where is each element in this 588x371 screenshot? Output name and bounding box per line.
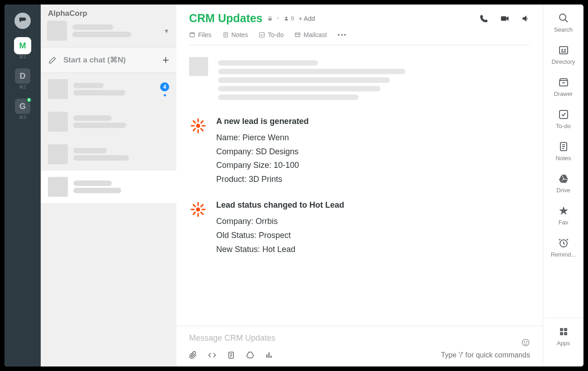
workspace-badge[interactable]: G 8 [15, 99, 30, 114]
profile-row[interactable]: ▾ [41, 18, 176, 47]
svg-rect-14 [200, 128, 204, 131]
svg-rect-4 [260, 33, 265, 38]
sidebar: AlphaCorp ▾ Start a chat (⌘N) + 4 [41, 5, 176, 366]
more-icon[interactable]: ••• [338, 31, 347, 38]
message-line: Name: Pierce Wenn [216, 131, 308, 145]
svg-point-33 [561, 49, 563, 51]
svg-rect-41 [560, 332, 563, 335]
svg-rect-19 [202, 209, 206, 210]
document-icon[interactable] [227, 351, 235, 359]
tab-files[interactable]: Files [189, 31, 212, 38]
workspace-shortcut: ⌘3 [19, 115, 26, 120]
volume-icon[interactable] [521, 14, 530, 23]
workspace-badge[interactable]: D [15, 68, 30, 84]
svg-rect-18 [191, 209, 195, 210]
poll-icon[interactable] [265, 351, 273, 359]
chat-row-active[interactable] [41, 171, 176, 203]
message-item: Lead status changed to Hot Lead Company:… [189, 200, 530, 256]
avatar [48, 177, 68, 197]
svg-rect-21 [192, 212, 196, 215]
svg-rect-22 [192, 204, 196, 208]
svg-rect-8 [198, 129, 199, 133]
workspace-item[interactable]: D ⌘2 [15, 68, 30, 90]
video-icon[interactable] [500, 14, 509, 23]
chat-row[interactable] [41, 105, 176, 138]
svg-rect-2 [190, 33, 195, 37]
message-line: Company Size: 10-100 [216, 158, 308, 172]
avatar [48, 112, 68, 132]
code-icon[interactable] [208, 351, 216, 359]
chat-title[interactable]: CRM Updates [189, 12, 263, 25]
svg-rect-7 [198, 119, 199, 123]
tab-notes[interactable]: Notes [223, 31, 248, 38]
start-chat-row[interactable]: Start a chat (⌘N) + [41, 47, 176, 73]
message-line: Product: 3D Prints [216, 172, 308, 186]
app-logo[interactable] [14, 13, 31, 29]
workspace-shortcut: ⌘1 [19, 54, 26, 59]
avatar [47, 21, 67, 41]
svg-point-24 [522, 339, 529, 346]
rail-drive[interactable]: Drive [543, 173, 583, 194]
emoji-icon[interactable] [521, 338, 530, 347]
drive-icon[interactable] [246, 351, 254, 359]
svg-rect-20 [200, 204, 204, 208]
message-title: A new lead is generated [216, 117, 308, 126]
add-people-button[interactable]: + Add [299, 15, 315, 22]
svg-rect-10 [202, 125, 206, 127]
org-name[interactable]: AlphaCorp [48, 9, 169, 18]
avatar [48, 79, 68, 99]
plus-icon[interactable]: + [162, 53, 169, 67]
rail-fav[interactable]: Fav [543, 205, 583, 226]
svg-point-6 [196, 124, 200, 128]
tab-todo[interactable]: To-do [259, 31, 284, 38]
rail-reminder[interactable]: Remind... [543, 238, 583, 258]
rail-apps[interactable]: Apps [543, 318, 583, 355]
tab-mailcast[interactable]: Mailcast [294, 31, 327, 38]
svg-rect-13 [192, 120, 196, 124]
message-line: Company: SD Designs [216, 145, 308, 159]
main-panel: CRM Updates 9 + Add Files Notes To-do Ma… [176, 5, 543, 366]
rail-drawer[interactable]: Drawer [543, 77, 583, 97]
rail-todo[interactable]: To-do [543, 109, 583, 129]
workspace-badge[interactable]: M [15, 38, 30, 53]
chat-row[interactable] [41, 138, 176, 171]
workspace-item[interactable]: M ⌘1 [15, 38, 30, 59]
header-tabs: Files Notes To-do Mailcast ••• [189, 31, 530, 38]
svg-rect-42 [564, 332, 567, 335]
svg-rect-29 [269, 352, 270, 358]
org-row: AlphaCorp [41, 5, 176, 18]
svg-rect-9 [191, 125, 195, 127]
people-count[interactable]: 9 [277, 15, 294, 22]
composer: Message CRM Updates Type '/' for quick c… [176, 326, 543, 366]
svg-rect-17 [198, 213, 199, 217]
phone-icon[interactable] [479, 14, 488, 23]
rail-directory[interactable]: Directory [543, 45, 583, 65]
svg-rect-40 [564, 328, 567, 331]
message-feed: A new lead is generated Name: Pierce Wen… [176, 45, 543, 326]
svg-rect-30 [270, 356, 271, 358]
svg-point-26 [526, 341, 527, 342]
workspace-rail: M ⌘1 D ⌘2 G 8 ⌘3 [5, 5, 41, 366]
svg-rect-36 [560, 110, 568, 119]
chevron-down-icon[interactable]: ▾ [163, 27, 170, 35]
rail-notes[interactable]: Notes [543, 141, 583, 162]
message-title: Lead status changed to Hot Lead [216, 200, 344, 210]
zapier-icon [189, 117, 207, 135]
chat-list: 4 [41, 73, 176, 366]
chat-row[interactable]: 4 [41, 73, 176, 105]
workspace-item[interactable]: G 8 ⌘3 [15, 99, 30, 120]
svg-point-31 [560, 14, 566, 20]
svg-rect-28 [266, 355, 267, 358]
rail-search[interactable]: Search [543, 13, 583, 33]
composer-hint: Type '/' for quick commands [441, 351, 530, 359]
svg-rect-12 [192, 128, 196, 131]
composer-input[interactable]: Message CRM Updates [189, 333, 275, 343]
message-line: Old Status: Prospect [216, 228, 344, 243]
message-line: Company: Orrbis [216, 214, 344, 228]
compose-icon [48, 56, 57, 65]
message-placeholder [189, 57, 530, 103]
attach-icon[interactable] [189, 351, 197, 359]
svg-rect-23 [200, 212, 204, 215]
message-item: A new lead is generated Name: Pierce Wen… [189, 117, 530, 186]
avatar [48, 144, 68, 164]
